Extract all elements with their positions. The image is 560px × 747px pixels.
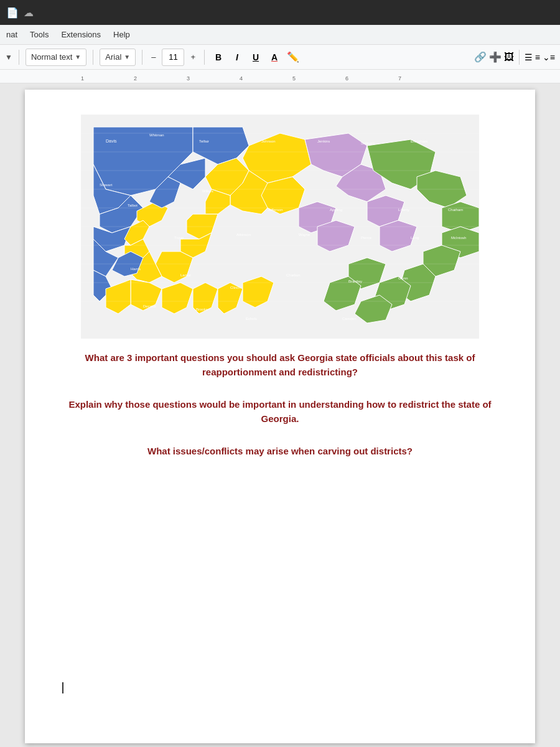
svg-text:Brooks: Brooks: [196, 308, 208, 311]
question-3: What issues/conflicts may arise when car…: [62, 444, 498, 459]
menu-help[interactable]: Help: [113, 30, 130, 39]
svg-text:Appling: Appling: [330, 208, 342, 212]
svg-text:Jenkins: Jenkins: [317, 139, 330, 143]
style-dropdown[interactable]: Normal text ▼: [26, 49, 86, 66]
svg-text:Stewart: Stewart: [100, 183, 113, 187]
svg-text:Clinch: Clinch: [230, 286, 241, 289]
svg-text:Wayne: Wayne: [299, 233, 310, 237]
font-plus[interactable]: +: [188, 52, 198, 62]
underline-button[interactable]: U: [248, 50, 263, 65]
list-icon[interactable]: ≡: [535, 52, 540, 62]
bold-button[interactable]: B: [211, 50, 226, 65]
svg-text:Camden: Camden: [342, 317, 357, 321]
menu-bar: nat Tools Extensions Help: [0, 25, 560, 45]
svg-text:Brantley: Brantley: [348, 280, 362, 283]
ruler-mark-2: 2: [134, 75, 137, 82]
ruler-mark-4: 4: [240, 75, 243, 82]
indent-icon[interactable]: ⌄≡: [543, 52, 555, 62]
style-label: Normal text: [31, 52, 72, 62]
font-label: Arial: [105, 52, 121, 62]
align-icon[interactable]: ☰: [525, 52, 533, 62]
font-size-input[interactable]: 11: [162, 49, 184, 66]
svg-text:Liberty: Liberty: [398, 208, 409, 212]
svg-text:Troup: Troup: [174, 236, 184, 240]
color-button[interactable]: A: [267, 50, 282, 65]
svg-text:McIntosh: McIntosh: [451, 236, 466, 240]
italic-button[interactable]: I: [230, 50, 245, 65]
text-cursor: [62, 682, 63, 693]
menu-extensions[interactable]: Extensions: [61, 30, 101, 39]
svg-text:Wilkes: Wilkes: [202, 189, 213, 193]
page[interactable]: Davis Whitman Telfair Johnson Jenkins Sc…: [25, 90, 535, 743]
svg-text:Jefferson: Jefferson: [268, 208, 283, 212]
svg-text:Lamar: Lamar: [180, 273, 191, 277]
svg-text:Harris: Harris: [131, 267, 141, 271]
svg-text:Whitman: Whitman: [149, 133, 164, 137]
separator-3: [142, 50, 142, 65]
svg-text:Chatham: Chatham: [448, 208, 463, 212]
font-minus[interactable]: –: [149, 52, 158, 62]
svg-text:Echols: Echols: [246, 317, 257, 321]
ruler-marks: 1 2 3 4 5 6 7: [81, 75, 401, 82]
image-icon[interactable]: 🖼: [504, 52, 514, 63]
pencil-icon[interactable]: ✏️: [287, 51, 299, 63]
svg-text:Pierce: Pierce: [361, 236, 372, 240]
comment-icon[interactable]: ➕: [489, 51, 502, 63]
ruler-mark-6: 6: [345, 75, 348, 82]
ruler-mark-3: 3: [187, 75, 190, 82]
map-container: Davis Whitman Telfair Johnson Jenkins Sc…: [62, 115, 498, 339]
svg-text:Effingham: Effingham: [411, 139, 427, 143]
question-1: What are 3 important questions you shoul…: [62, 351, 498, 379]
svg-text:Johnson: Johnson: [261, 139, 276, 143]
svg-text:Atkinson: Atkinson: [236, 233, 251, 237]
separator-2: [93, 50, 93, 65]
font-chevron: ▼: [124, 54, 130, 60]
ruler-mark-1: 1: [81, 75, 84, 82]
svg-text:Telfair: Telfair: [199, 139, 209, 143]
svg-text:Davis: Davis: [106, 139, 117, 143]
georgia-map: Davis Whitman Telfair Johnson Jenkins Sc…: [81, 115, 479, 339]
svg-text:Decatur: Decatur: [143, 304, 156, 308]
svg-text:Charlton: Charlton: [286, 273, 301, 277]
link-icon[interactable]: 🔗: [474, 51, 487, 63]
top-bar: 📄 ☁: [0, 0, 560, 25]
svg-text:Long: Long: [411, 236, 419, 240]
document-area: Davis Whitman Telfair Johnson Jenkins Sc…: [0, 83, 560, 747]
menu-tools[interactable]: Tools: [30, 30, 49, 39]
cloud-icon: ☁: [24, 7, 34, 19]
separator-1: [19, 50, 19, 65]
toolbar: ▼ Normal text ▼ Arial ▼ – 11 + B I U A ✏…: [0, 45, 560, 70]
menu-nat[interactable]: nat: [6, 30, 17, 39]
doc-icon: 📄: [6, 7, 19, 19]
svg-text:Talbot: Talbot: [128, 204, 138, 207]
ruler-mark-7: 7: [398, 75, 401, 82]
toolbar-right: 🔗 ➕ 🖼 ☰ ≡ ⌄≡: [474, 50, 555, 65]
question-2: Explain why those questions would be imp…: [62, 398, 498, 426]
svg-text:Screven: Screven: [361, 141, 375, 145]
svg-text:Glynn: Glynn: [398, 276, 408, 280]
ruler: 1 2 3 4 5 6 7: [0, 70, 560, 83]
separator-5: [519, 50, 520, 65]
ruler-mark-5: 5: [292, 75, 296, 82]
chevron-left-icon[interactable]: ▼: [5, 53, 12, 62]
style-chevron: ▼: [75, 54, 81, 60]
separator-4: [204, 50, 205, 65]
font-dropdown[interactable]: Arial ▼: [100, 49, 136, 66]
